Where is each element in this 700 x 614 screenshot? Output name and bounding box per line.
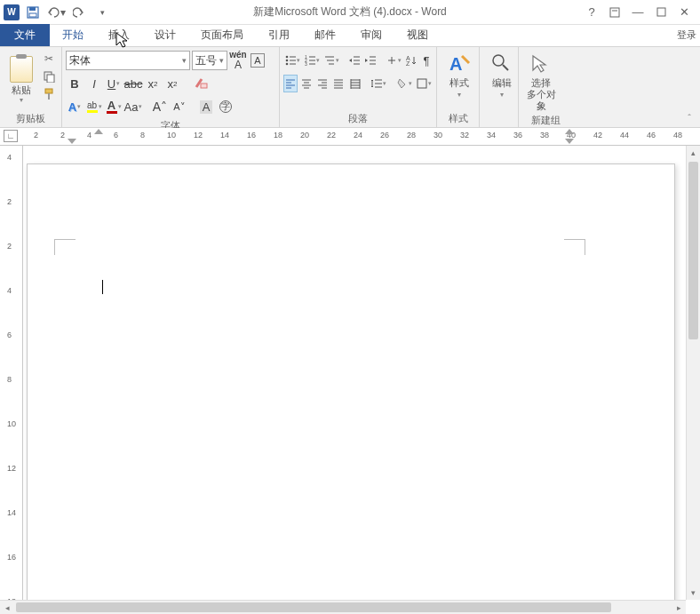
- underline-button[interactable]: U▾: [105, 75, 123, 92]
- tab-review[interactable]: 审阅: [348, 24, 394, 46]
- select-objects-icon: [529, 52, 553, 76]
- tab-home[interactable]: 开始: [50, 24, 96, 46]
- cut-icon[interactable]: ✂: [40, 51, 58, 67]
- numbering-icon[interactable]: 123▾: [303, 52, 321, 69]
- group-paragraph: ▾ 123▾ ▾ ▾ AZ ¶ ▾ ▾ ▾: [280, 47, 437, 127]
- minimize-icon[interactable]: —: [627, 3, 648, 22]
- clipboard-icon: [10, 56, 33, 83]
- editing-button[interactable]: 编辑 ▾: [483, 49, 521, 99]
- horizontal-ruler[interactable]: ∟ 22468101214161820222426283032343638404…: [0, 128, 700, 146]
- ruler-mark: 22: [327, 131, 336, 140]
- scroll-down-icon[interactable]: ▾: [687, 586, 700, 600]
- decrease-indent-icon[interactable]: [347, 52, 362, 69]
- tab-references[interactable]: 引用: [256, 24, 302, 46]
- document-canvas[interactable]: [23, 146, 686, 600]
- tab-design[interactable]: 设计: [142, 24, 188, 46]
- svg-point-11: [286, 60, 289, 62]
- align-center-icon[interactable]: [299, 75, 314, 92]
- ribbon-display-icon[interactable]: [604, 3, 625, 22]
- vertical-ruler[interactable]: 4224681012141618: [0, 146, 23, 614]
- align-right-icon[interactable]: [315, 75, 330, 92]
- format-painter-icon[interactable]: [40, 86, 58, 102]
- hscroll-thumb[interactable]: [16, 602, 611, 612]
- grow-font-icon[interactable]: wénA: [229, 52, 247, 69]
- sort-icon[interactable]: AZ: [404, 52, 418, 69]
- tab-insert[interactable]: 插入: [96, 24, 142, 46]
- right-indent-icon[interactable]: [565, 139, 574, 144]
- bold-button[interactable]: B: [66, 75, 84, 92]
- align-justify-icon[interactable]: [331, 75, 346, 92]
- shading-icon[interactable]: ▾: [395, 75, 413, 92]
- tab-layout[interactable]: 页面布局: [188, 24, 256, 46]
- asian-layout-icon[interactable]: ▾: [385, 52, 402, 69]
- sign-in-link[interactable]: 登录: [673, 27, 700, 44]
- borders-icon[interactable]: ▾: [415, 75, 433, 92]
- window-title: 新建Microsoft Word 文档 (4).docx - Word: [253, 4, 447, 20]
- bullets-icon[interactable]: ▾: [283, 52, 301, 69]
- collapse-ribbon-icon[interactable]: ˆ: [682, 111, 696, 125]
- help-icon[interactable]: ?: [581, 3, 602, 22]
- enclose-characters-icon[interactable]: 字: [217, 98, 235, 116]
- svg-rect-1: [29, 7, 36, 11]
- text-effects-icon[interactable]: A▾: [66, 98, 84, 116]
- scroll-left-icon[interactable]: ◂: [0, 601, 14, 614]
- scroll-right-icon[interactable]: ▸: [672, 601, 686, 614]
- group-styles: A 样式 ▾ 样式: [437, 47, 480, 127]
- character-shading-icon[interactable]: A: [197, 98, 215, 116]
- change-case-icon[interactable]: Aa▾: [124, 98, 142, 116]
- tab-view[interactable]: 视图: [394, 24, 441, 46]
- multilevel-list-icon[interactable]: ▾: [322, 52, 340, 69]
- ruler-mark: 48: [673, 131, 682, 140]
- select-objects-button[interactable]: 选择多个对象: [522, 49, 560, 113]
- character-border-icon[interactable]: A: [249, 52, 266, 69]
- grow-font-a-icon[interactable]: A˄: [151, 98, 169, 116]
- ruler-mark: 2: [60, 131, 65, 140]
- tab-selector-icon[interactable]: ∟: [4, 130, 18, 142]
- ruler-mark: 46: [647, 131, 656, 140]
- font-size-combo[interactable]: 五号▾: [192, 51, 227, 70]
- horizontal-scrollbar[interactable]: ◂ ▸: [0, 600, 686, 614]
- highlight-icon[interactable]: ab▾: [85, 98, 103, 116]
- ruler-mark: 44: [620, 131, 629, 140]
- qat-customize-icon[interactable]: ▾: [92, 3, 112, 22]
- save-icon[interactable]: [23, 3, 43, 22]
- ruler-mark: 2: [34, 131, 38, 140]
- redo-icon[interactable]: [69, 3, 89, 22]
- increase-indent-icon[interactable]: [363, 52, 378, 69]
- show-marks-icon[interactable]: ¶: [420, 52, 433, 69]
- close-icon[interactable]: ✕: [673, 3, 695, 22]
- maximize-icon[interactable]: [650, 3, 672, 22]
- ruler-mark: 24: [354, 131, 362, 140]
- styles-button[interactable]: A 样式 ▾: [441, 49, 478, 99]
- ruler-mark: 42: [593, 131, 602, 140]
- ruler-mark: 10: [167, 131, 176, 140]
- tab-file[interactable]: 文件: [0, 24, 50, 46]
- ruler-mark: 6: [114, 131, 118, 140]
- vscroll-thumb[interactable]: [688, 162, 698, 339]
- italic-button[interactable]: I: [85, 75, 103, 92]
- clear-formatting-icon[interactable]: [192, 75, 210, 92]
- page[interactable]: [27, 163, 675, 600]
- strikethrough-button[interactable]: abc: [124, 75, 142, 92]
- ruler-mark: 2: [7, 197, 12, 206]
- right-indent-top-icon[interactable]: [565, 129, 574, 134]
- first-line-indent-icon[interactable]: [94, 129, 103, 134]
- copy-icon[interactable]: [40, 68, 58, 84]
- hanging-indent-icon[interactable]: [68, 139, 76, 144]
- paste-button[interactable]: 粘贴 ▾: [4, 49, 38, 111]
- font-name-combo[interactable]: 宋体▾: [66, 51, 190, 70]
- subscript-button[interactable]: x2: [144, 75, 162, 92]
- vertical-scrollbar[interactable]: ▴ ▾: [686, 146, 700, 600]
- line-spacing-icon[interactable]: ▾: [370, 75, 387, 92]
- tab-mailings[interactable]: 邮件: [302, 24, 348, 46]
- align-left-icon[interactable]: [283, 75, 298, 92]
- align-distributed-icon[interactable]: [348, 75, 362, 92]
- svg-text:3: 3: [305, 61, 307, 67]
- undo-icon[interactable]: ▾: [46, 3, 66, 22]
- shrink-font-a-icon[interactable]: A˅: [171, 98, 188, 116]
- title-bar: W ▾ ▾ 新建Microsoft Word 文档 (4).docx - Wor…: [0, 0, 700, 25]
- superscript-button[interactable]: x2: [163, 75, 181, 92]
- ruler-mark: 36: [513, 131, 522, 140]
- scroll-up-icon[interactable]: ▴: [687, 146, 700, 160]
- font-color-icon[interactable]: A▾: [105, 98, 123, 116]
